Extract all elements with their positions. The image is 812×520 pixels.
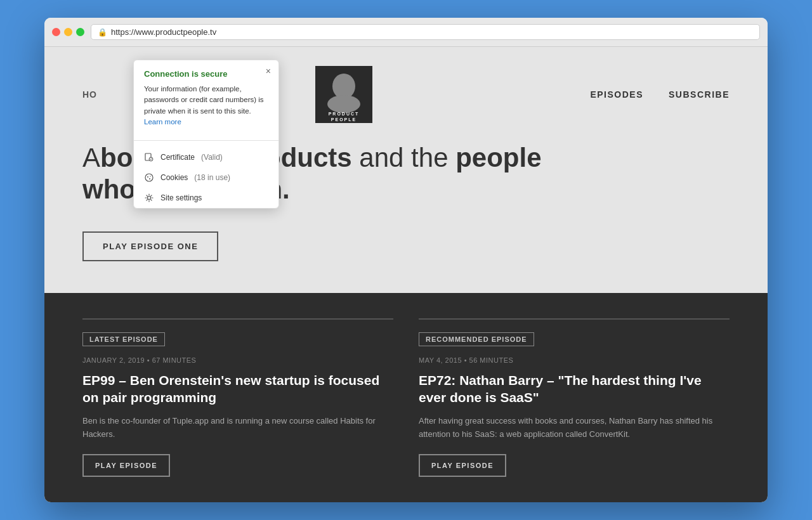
browser-chrome: 🔒 https://www.productpeople.tv bbox=[44, 18, 768, 47]
website-content: Connection is secure × Your information … bbox=[44, 47, 768, 502]
svg-point-4 bbox=[149, 178, 150, 179]
maximize-button[interactable] bbox=[76, 28, 84, 36]
cookies-sublabel: (18 in use) bbox=[194, 173, 230, 182]
latest-episode-meta: JANUARY 2, 2019 • 67 MINUTES bbox=[82, 356, 393, 364]
svg-text:PRODUCT: PRODUCT bbox=[328, 112, 359, 116]
popup-header: Connection is secure × Your information … bbox=[134, 60, 278, 134]
learn-more-link[interactable]: Learn more bbox=[144, 118, 181, 126]
minimize-button[interactable] bbox=[64, 28, 72, 36]
svg-rect-10 bbox=[339, 96, 348, 103]
certificate-label: Certificate bbox=[160, 153, 195, 162]
nav-links: EPISODES SUBSCRIBE bbox=[590, 89, 730, 100]
episodes-section: LATEST EPISODE JANUARY 2, 2019 • 67 MINU… bbox=[44, 293, 768, 502]
traffic-lights bbox=[52, 28, 84, 36]
lock-icon: 🔒 bbox=[98, 28, 107, 37]
popup-close-button[interactable]: × bbox=[266, 67, 271, 75]
site-settings-item[interactable]: Site settings bbox=[134, 188, 278, 208]
site-logo[interactable]: PRODUCT PEOPLE bbox=[315, 66, 372, 123]
episodes-link[interactable]: EPISODES bbox=[590, 89, 643, 100]
recommended-episode-play-button[interactable]: PLAY EPISODE bbox=[419, 454, 506, 477]
address-bar[interactable]: 🔒 https://www.productpeople.tv bbox=[91, 24, 760, 40]
latest-episode-title: EP99 – Ben Orenstein's new startup is fo… bbox=[82, 372, 393, 406]
popup-divider bbox=[134, 140, 278, 141]
latest-episode-description: Ben is the co-founder of Tuple.app and i… bbox=[82, 415, 393, 441]
subscribe-link[interactable]: SUBSCRIBE bbox=[669, 89, 730, 100]
svg-text:PEOPLE: PEOPLE bbox=[331, 117, 357, 122]
url-text: https://www.productpeople.tv bbox=[111, 27, 216, 37]
security-popup: Connection is secure × Your information … bbox=[133, 60, 279, 209]
site-settings-label: Site settings bbox=[160, 193, 202, 202]
svg-point-2 bbox=[145, 174, 153, 181]
nav-left-text: HO bbox=[82, 89, 97, 100]
certificate-icon bbox=[144, 152, 154, 162]
latest-episode-tag: LATEST EPISODE bbox=[82, 332, 165, 346]
svg-point-5 bbox=[150, 176, 150, 176]
hero-plain: and the bbox=[359, 143, 455, 172]
popup-title: Connection is secure bbox=[144, 69, 268, 79]
latest-episode-play-button[interactable]: PLAY EPISODE bbox=[82, 454, 170, 477]
recommended-episode-title: EP72: Nathan Barry – "The hardest thing … bbox=[419, 372, 730, 406]
popup-description: Your information (for example, passwords… bbox=[144, 84, 268, 127]
recommended-episode-description: After having great success with books an… bbox=[419, 415, 730, 441]
browser-window: 🔒 https://www.productpeople.tv Connectio… bbox=[44, 18, 768, 502]
cookies-label: Cookies bbox=[160, 173, 188, 182]
certificate-sublabel: (Valid) bbox=[201, 153, 223, 162]
hero-section: Connection is secure × Your information … bbox=[44, 47, 768, 293]
settings-icon bbox=[144, 193, 154, 203]
svg-point-6 bbox=[148, 197, 151, 200]
recommended-episode-card: RECOMMENDED EPISODE MAY 4, 2015 • 56 MIN… bbox=[419, 318, 730, 477]
cookies-item[interactable]: Cookies (18 in use) bbox=[134, 167, 278, 188]
recommended-episode-tag: RECOMMENDED EPISODE bbox=[419, 332, 534, 346]
latest-episode-card: LATEST EPISODE JANUARY 2, 2019 • 67 MINU… bbox=[82, 318, 393, 477]
close-button[interactable] bbox=[52, 28, 60, 36]
svg-point-3 bbox=[147, 176, 148, 178]
play-episode-one-button[interactable]: PLAY EPISODE ONE bbox=[82, 231, 218, 261]
cookies-icon bbox=[144, 172, 154, 183]
certificate-item[interactable]: Certificate (Valid) bbox=[134, 147, 278, 167]
recommended-episode-meta: MAY 4, 2015 • 56 MINUTES bbox=[419, 356, 730, 364]
popup-description-text: Your information (for example, passwords… bbox=[144, 85, 264, 115]
